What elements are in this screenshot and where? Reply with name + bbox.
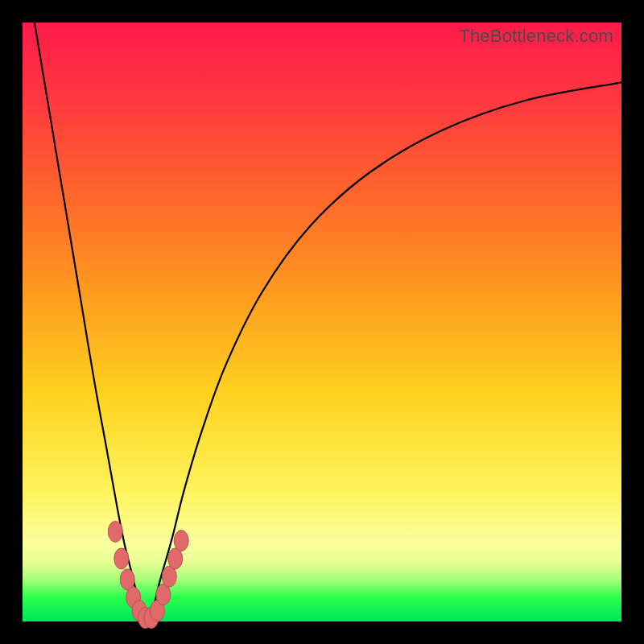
curves-svg bbox=[23, 23, 621, 621]
bead-marker bbox=[174, 530, 188, 551]
beads-group bbox=[108, 521, 188, 628]
bead-marker bbox=[108, 521, 122, 542]
right-branch-curve bbox=[148, 82, 621, 621]
left-branch-curve bbox=[35, 23, 148, 621]
bead-marker bbox=[114, 548, 129, 569]
plot-area: TheBottleneck.com bbox=[23, 23, 621, 621]
chart-frame: TheBottleneck.com bbox=[0, 0, 644, 644]
